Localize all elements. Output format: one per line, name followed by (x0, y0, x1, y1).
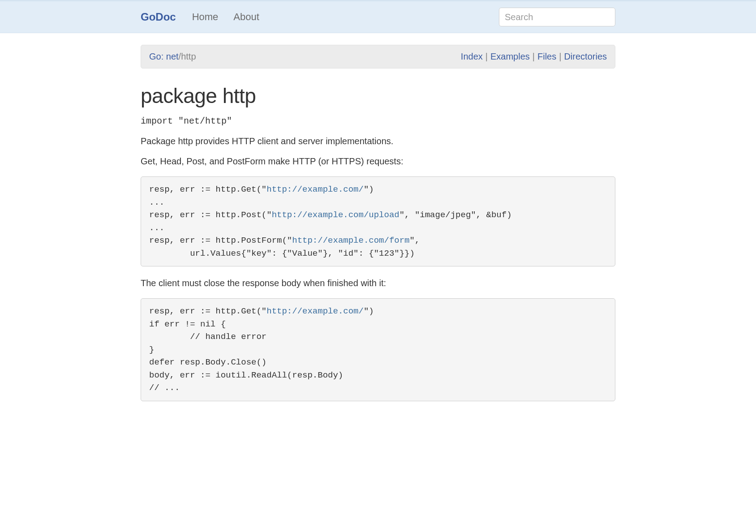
nav-home[interactable]: Home (192, 11, 219, 23)
breadcrumb-net[interactable]: net (166, 51, 179, 61)
sub-nav: Go: net/http Index|Examples|Files|Direct… (141, 45, 615, 69)
link-examples[interactable]: Examples (490, 51, 530, 61)
package-summary-2: Get, Head, Post, and PostForm make HTTP … (141, 156, 615, 167)
package-summary-3: The client must close the response body … (141, 278, 615, 288)
breadcrumb-http: http (181, 51, 196, 61)
code-url: http://example.com/ (266, 184, 364, 194)
code-example-2: resp, err := http.Get("http://example.co… (141, 298, 615, 401)
link-files[interactable]: Files (537, 51, 556, 61)
brand-logo[interactable]: GoDoc (141, 11, 176, 23)
breadcrumb: Go: net/http (149, 51, 196, 62)
link-directories[interactable]: Directories (564, 51, 607, 61)
search-input[interactable] (499, 8, 615, 26)
package-summary: Package http provides HTTP client and se… (141, 136, 615, 146)
import-statement: import "net/http" (141, 116, 615, 126)
code-example-1: resp, err := http.Get("http://example.co… (141, 176, 615, 266)
page-title: package http (141, 84, 615, 108)
nav-about[interactable]: About (233, 11, 259, 23)
breadcrumb-go[interactable]: Go: (149, 51, 166, 61)
code-url: http://example.com/form (292, 236, 409, 245)
code-url: http://example.com/ (266, 306, 364, 316)
code-url: http://example.com/upload (272, 210, 399, 220)
link-index[interactable]: Index (461, 51, 483, 61)
page-nav-links: Index|Examples|Files|Directories (461, 51, 607, 62)
topbar: GoDoc Home About (0, 0, 756, 33)
